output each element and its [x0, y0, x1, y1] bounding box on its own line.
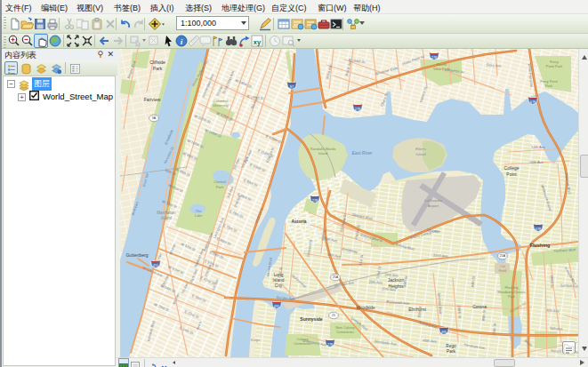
svg-text:Park: Park [508, 294, 515, 299]
svg-text:Island: Island [318, 151, 328, 156]
svg-text:LaGuardia: LaGuardia [424, 198, 442, 203]
svg-text:Guttenberg: Guttenberg [125, 252, 148, 258]
svg-text:Point Park: Point Park [546, 64, 562, 68]
svg-text:Flushing: Flushing [530, 243, 551, 248]
svg-text:Sunnyside: Sunnyside [300, 316, 323, 322]
svg-text:Kings: Kings [251, 338, 261, 342]
svg-text:Field: Field [499, 268, 507, 273]
svg-text:Jackson: Jackson [388, 277, 405, 283]
svg-text:Park: Park [216, 185, 225, 189]
svg-text:Woodside: Woodside [356, 306, 375, 310]
svg-text:495: 495 [274, 304, 280, 308]
svg-text:Main St: Main St [550, 275, 555, 289]
svg-text:Rikers: Rikers [415, 147, 427, 151]
svg-text:City: City [275, 283, 283, 288]
svg-text:Island: Island [415, 152, 426, 156]
svg-text:278: 278 [327, 342, 334, 347]
svg-text:495: 495 [441, 330, 447, 334]
svg-text:Lake: Lake [195, 213, 203, 218]
svg-text:Cliffside: Cliffside [149, 60, 165, 65]
svg-text:278: 278 [355, 107, 361, 111]
svg-text:xy: xy [254, 38, 262, 46]
svg-text:Park: Park [545, 84, 552, 88]
svg-text:Manhattan: Manhattan [157, 211, 176, 215]
svg-text:678: 678 [536, 227, 542, 231]
svg-text:278: 278 [431, 55, 438, 60]
svg-text:Rego: Rego [446, 344, 456, 348]
svg-text:Fairview: Fairview [144, 97, 161, 102]
svg-text:Airport: Airport [428, 203, 439, 208]
svg-text:Island: Island [161, 216, 173, 220]
svg-text:25: 25 [332, 314, 335, 317]
svg-text:9A: 9A [152, 116, 157, 120]
svg-text:Park: Park [447, 349, 455, 354]
svg-text:Park: Park [153, 66, 163, 71]
svg-text:87: 87 [290, 84, 294, 89]
svg-text:East River: East River [351, 150, 372, 156]
svg-text:Central: Central [213, 180, 226, 184]
svg-text:678: 678 [530, 100, 536, 104]
svg-text:Point: Point [506, 172, 517, 177]
svg-text:New Calvary: New Calvary [335, 326, 355, 330]
svg-text:Cemeteries: Cemeteries [336, 331, 354, 334]
svg-text:Astoria: Astoria [291, 219, 306, 224]
svg-text:25A: 25A [500, 254, 506, 258]
svg-text:Corona: Corona [472, 305, 487, 309]
svg-text:25A: 25A [333, 275, 339, 279]
svg-text:College: College [504, 165, 520, 171]
svg-text:14th Ave: 14th Ave [531, 145, 545, 149]
svg-text:278: 278 [312, 198, 318, 203]
svg-text:20th Ave: 20th Ave [529, 160, 544, 164]
svg-text:University: University [213, 103, 229, 108]
